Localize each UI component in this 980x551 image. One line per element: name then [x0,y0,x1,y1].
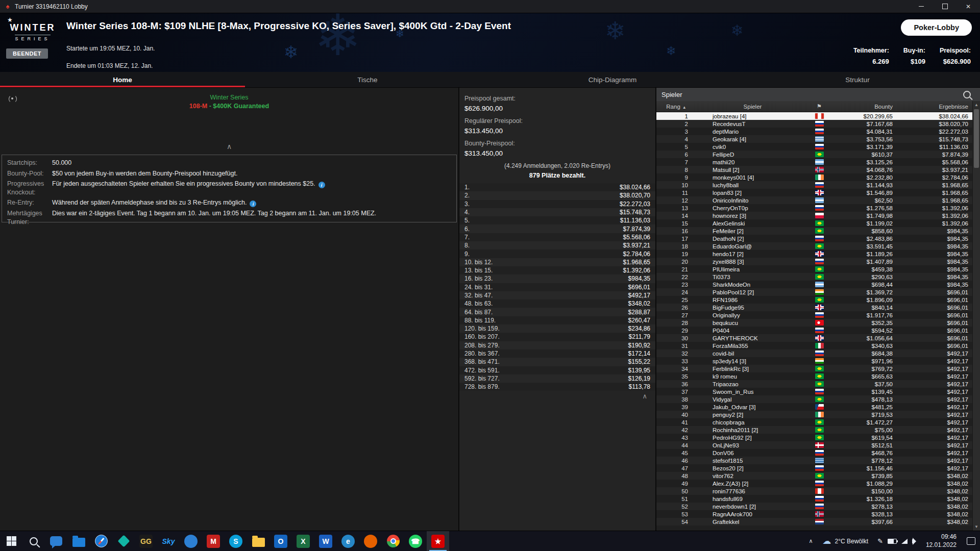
outlook-icon[interactable]: O [270,531,292,551]
table-row[interactable]: 37Swoom_in_Rus$139,45$492,17 [656,388,980,395]
search-button[interactable] [22,531,45,551]
clock[interactable]: 09:46 12.01.2022 [921,533,962,549]
table-row[interactable]: 6FellipeD$610,37$7.874,39 [656,151,980,158]
drive-icon[interactable] [112,531,135,551]
tab-chip-diagramm[interactable]: Chip-Diagramm [490,72,735,87]
column-result[interactable]: Ergebnisse [896,104,972,110]
announcement-icon[interactable] [7,94,17,103]
chrome-icon[interactable] [382,531,404,551]
column-bounty[interactable]: Bounty [829,104,896,110]
table-row[interactable]: 48vitor762$739,85$348,02 [656,472,980,480]
table-row[interactable]: 12OniricoInfinito$62,50$1.968,65 [656,196,980,204]
scroll-down-icon[interactable]: ▼ [973,523,980,531]
table-row[interactable]: 44OnLjNe93$512,51$492,17 [656,441,980,449]
flag-column-icon[interactable]: ⚑ [809,103,829,110]
table-row[interactable]: 23SharkModeOn$698,44$984,35 [656,281,980,288]
table-row[interactable]: 42Rochinha2011 [2]$75,00$492,17 [656,426,980,434]
table-row[interactable]: 30GARYTHEROCK$1.056,64$696,01 [656,334,980,342]
table-row[interactable]: 43PedroHG92 [2]$619,54$492,17 [656,434,980,441]
edge-icon[interactable]: e [337,531,359,551]
table-row[interactable]: 15AlexGelinski$1.199,02$1.392,06 [656,219,980,227]
info-icon[interactable]: i [250,201,256,207]
table-row[interactable]: 8Matsull [2]$4.068,76$3.937,21 [656,166,980,173]
table-row[interactable]: 32covid-bil$684,38$492,17 [656,349,980,357]
excel-icon[interactable]: X [292,531,314,551]
table-row[interactable]: 35k9 romeu$665,63$492,17 [656,372,980,380]
pen-icon[interactable]: ✎ [877,537,883,545]
chat-icon[interactable] [45,531,67,551]
pokerstars-icon[interactable]: ★ [427,531,449,551]
table-row[interactable]: 7mathii20$3.125,26$5.568,06 [656,158,980,166]
info-icon[interactable]: i [318,182,325,188]
scroll-up-icon[interactable]: ▲ [973,101,980,109]
battery-icon[interactable] [888,539,897,544]
table-row[interactable]: 50ronin777636$150,00$348,02 [656,487,980,495]
column-player[interactable]: Spieler [696,104,809,110]
table-row[interactable]: 38Vidygal$478,13$492,17 [656,395,980,403]
table-row[interactable]: 22Ti0373$290,63$984,35 [656,273,980,281]
table-row[interactable]: 11lopan83 [2]$1.546,89$1.968,65 [656,189,980,196]
column-rank[interactable]: Rang▲ [656,104,696,110]
table-row[interactable]: 10luchy8ball$1.144,93$1.968,65 [656,181,980,189]
mail-icon[interactable]: M [202,531,225,551]
safari-icon[interactable] [90,531,112,551]
table-row[interactable]: 31ForzaMila355$340,63$696,01 [656,342,980,349]
table-row[interactable]: 49Alex.Z(A3) [2]$1.088,29$348,02 [656,480,980,487]
series-link[interactable]: Winter Series [0,94,458,101]
sky-icon[interactable]: Sky [157,531,180,551]
tab-struktur[interactable]: Struktur [735,72,980,87]
tab-home[interactable]: Home [0,72,245,87]
poker-lobby-button[interactable]: Poker-Lobby [901,19,972,36]
skype-icon[interactable]: S [225,531,247,551]
table-row[interactable]: 25RFN1986$1.896,09$696,01 [656,296,980,304]
table-row[interactable]: 27Originallyy$1.917,76$696,01 [656,311,980,319]
word-icon[interactable]: W [314,531,337,551]
table-row[interactable]: 41chicopbraga$1.472,27$492,17 [656,418,980,426]
table-row[interactable]: 26BigFudge95$840,14$696,01 [656,304,980,311]
whatsapp-icon[interactable]: ☎ [404,531,427,551]
table-row[interactable]: 2RecedevusT$7.167,68$38.020,70 [656,120,980,128]
app-blue-icon[interactable] [180,531,202,551]
table-row[interactable]: 45DonV06$468,76$492,17 [656,449,980,457]
table-row[interactable]: 13CherryOnT0p$1.276,58$1.392,06 [656,204,980,212]
collapse-chevron-icon[interactable]: ∧ [0,143,458,150]
firefox-icon[interactable] [359,531,382,551]
table-row[interactable]: 14hownorez [3]$1.749,98$1.392,06 [656,212,980,219]
players-scrollbar[interactable]: ▲ ▼ [972,101,980,531]
search-icon[interactable] [963,91,971,98]
ggpoker-icon[interactable]: GG [135,531,157,551]
table-row[interactable]: 46stefsof1815$778,12$492,17 [656,457,980,464]
table-row[interactable]: 47Bezos20 [2]$1.156,46$492,17 [656,464,980,472]
table-row[interactable]: 9monkeys001 [4]$2.232,80$2.784,06 [656,173,980,181]
table-row[interactable]: 40penguy2 [2]$719,53$492,17 [656,411,980,418]
table-row[interactable]: 54Graftekkel$397,66$348,02 [656,518,980,525]
table-row[interactable]: 16FeMeiler [2]$858,60$984,35 [656,227,980,235]
close-button[interactable] [957,0,980,13]
table-row[interactable]: 4Geokarak [4]$3.753,56$15.748,73 [656,135,980,143]
table-row[interactable]: 29P0404$594,52$696,01 [656,327,980,334]
table-row[interactable]: 1jobrazeau [4]$20.299,65$38.024,66 [656,112,980,120]
notification-center-button[interactable] [962,531,980,551]
minimize-button[interactable] [910,0,933,13]
table-row[interactable]: 53RagnAArok700$328,13$348,02 [656,510,980,518]
onedrive-icon[interactable] [67,531,90,551]
table-row[interactable]: 17DeathoN [2]$2.483,86$984,35 [656,235,980,242]
table-row[interactable]: 19hendo17 [2]$1.189,26$984,35 [656,250,980,258]
network-icon[interactable] [901,539,908,544]
table-row[interactable]: 52neverbdown1 [2]$278,13$348,02 [656,503,980,510]
table-row[interactable]: 36Tripaozao$37,50$492,17 [656,380,980,388]
file-explorer-icon[interactable] [247,531,270,551]
maximize-button[interactable] [933,0,957,13]
tab-tische[interactable]: Tische [245,72,490,87]
table-row[interactable]: 33sp3edy14 [3]$971,96$492,17 [656,357,980,365]
volume-icon[interactable] [912,539,914,543]
table-row[interactable]: 3deptMario$4.084,31$22.272,03 [656,128,980,135]
scrollbar-thumb[interactable] [974,109,979,168]
table-row[interactable]: 51handsfull69$1.326,18$348,02 [656,495,980,503]
start-button[interactable] [0,531,22,551]
table-row[interactable]: 18EduardoGarl@$3.591,45$984,35 [656,242,980,250]
weather-widget[interactable]: ☁ 2°C Bewölkt [818,531,874,551]
table-row[interactable]: 28bequkucu$352,35$696,01 [656,319,980,327]
table-row[interactable]: 21PIUlimeira$459,38$984,35 [656,265,980,273]
table-row[interactable]: 5cvik0$3.171,39$11.136,03 [656,143,980,151]
